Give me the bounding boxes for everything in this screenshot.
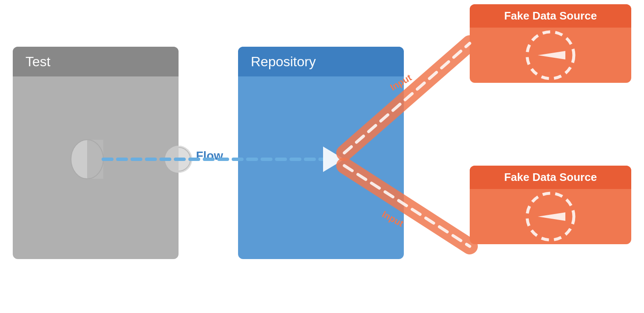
fake-ds-2-header: Fake Data Source: [470, 166, 631, 189]
repo-header: Repository: [238, 47, 404, 76]
fake-ds-2-body: [470, 189, 631, 244]
repo-title: Repository: [251, 54, 316, 70]
fake-ds-1-header: Fake Data Source: [470, 4, 631, 28]
fake-ds-block-2: Fake Data Source: [470, 166, 631, 244]
fake-ds-2-title: Fake Data Source: [504, 171, 597, 184]
test-header: Test: [13, 47, 179, 76]
canvas: Test Repository Fake Data Source Fake Da…: [0, 0, 644, 313]
repo-block: Repository: [238, 47, 404, 259]
fake-ds-1-body: [470, 28, 631, 83]
fake-ds-block-1: Fake Data Source: [470, 4, 631, 83]
fake-ds-1-title: Fake Data Source: [504, 9, 597, 23]
test-title: Test: [26, 54, 51, 70]
test-block: Test: [13, 47, 179, 259]
flow-label: Flow: [196, 149, 223, 163]
